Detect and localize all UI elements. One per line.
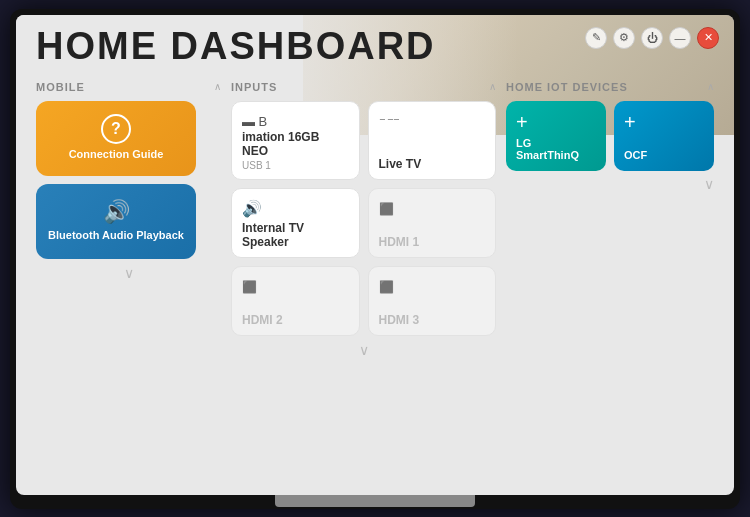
imation-sub: USB 1 [242, 160, 349, 171]
settings-icon: ⚙ [619, 31, 629, 44]
inputs-scroll-up[interactable]: ∧ [489, 81, 496, 92]
iot-section: HOME IoT DEVICES ∧ + LG SmartThinQ + [506, 81, 714, 358]
minimize-button[interactable]: — [669, 27, 691, 49]
mobile-section: MOBILE ∧ ? Connection Guide 🔊 [36, 81, 221, 358]
inputs-section-title: INPUTS [231, 81, 277, 93]
hdmi2-name: HDMI 2 [242, 313, 349, 327]
bluetooth-audio-tile[interactable]: 🔊 Bluetooth Audio Playback [36, 184, 196, 259]
close-icon: ✕ [704, 31, 713, 44]
hdmi3-icon-row: ⬛ [379, 277, 486, 295]
lg-smartthinq-tile[interactable]: + LG SmartThinQ [506, 101, 606, 171]
hdmi3-tile[interactable]: ⬛ HDMI 3 [368, 266, 497, 336]
speaker-icon-row: 🔊 [242, 199, 349, 218]
internal-speaker-name: Internal TV Speaker [242, 221, 349, 249]
ocf-plus-icon: + [624, 111, 704, 134]
inputs-scroll-down-row: ∨ [231, 342, 496, 358]
tv-stand [275, 495, 475, 507]
mobile-section-title: MOBILE [36, 81, 85, 93]
internal-speaker-tile[interactable]: 🔊 Internal TV Speaker [231, 188, 360, 258]
iot-grid: + LG SmartThinQ + OCF [506, 101, 714, 171]
connection-guide-icon: ? [101, 114, 131, 144]
edit-icon: ✎ [592, 31, 601, 44]
sections-row: MOBILE ∧ ? Connection Guide 🔊 [36, 81, 714, 358]
power-button[interactable]: ⏻ [641, 27, 663, 49]
settings-button[interactable]: ⚙ [613, 27, 635, 49]
mobile-section-header: MOBILE ∧ [36, 81, 221, 93]
connection-guide-label: Connection Guide [69, 148, 164, 161]
hdmi2-icon-row: ⬛ [242, 277, 349, 295]
hdmi2-icon: ⬛ [242, 280, 257, 294]
hdmi1-tile[interactable]: ⬛ HDMI 1 [368, 188, 497, 258]
smartthinq-plus-icon: + [516, 111, 596, 134]
iot-scroll-up[interactable]: ∧ [707, 81, 714, 92]
mobile-scroll-down[interactable]: ∨ [124, 265, 134, 281]
inputs-grid: ▬ B imation 16GB NEO USB 1 ⁻ ⁻⁻ [231, 101, 496, 336]
live-tv-name: Live TV [379, 157, 486, 171]
close-button[interactable]: ✕ [697, 27, 719, 49]
mobile-tiles: ? Connection Guide 🔊 Bluetooth Audio Pla… [36, 101, 221, 259]
live-tv-icon: ⁻ ⁻⁻ [379, 114, 400, 129]
hdmi1-icon-row: ⬛ [379, 199, 486, 217]
hdmi3-name: HDMI 3 [379, 313, 486, 327]
dashboard-content: HOME DASHBOARD MOBILE ∧ ? Con [16, 15, 734, 495]
iot-section-title: HOME IoT DEVICES [506, 81, 628, 93]
iot-scroll-down[interactable]: ∨ [704, 176, 714, 192]
minimize-icon: — [675, 32, 686, 44]
edit-button[interactable]: ✎ [585, 27, 607, 49]
ocf-tile[interactable]: + OCF [614, 101, 714, 171]
speaker-icon: 🔊 [242, 200, 262, 217]
imation-tile[interactable]: ▬ B imation 16GB NEO USB 1 [231, 101, 360, 180]
hdmi3-icon: ⬛ [379, 280, 394, 294]
tv-body: ✎ ⚙ ⏻ — ✕ HOME DASHBOARD [10, 9, 740, 509]
iot-section-header: HOME IoT DEVICES ∧ [506, 81, 714, 93]
bluetooth-icon: 🔊 [103, 199, 130, 225]
inputs-section: INPUTS ∧ ▬ B imation 16GB NEO [231, 81, 496, 358]
mobile-scroll-down-row: ∨ [36, 265, 221, 281]
live-tv-icon-row: ⁻ ⁻⁻ [379, 112, 486, 130]
smartthinq-label: LG SmartThinQ [516, 137, 596, 161]
inputs-section-header: INPUTS ∧ [231, 81, 496, 93]
connection-guide-tile[interactable]: ? Connection Guide [36, 101, 196, 176]
imation-name: imation 16GB NEO [242, 130, 349, 158]
power-icon: ⏻ [647, 32, 658, 44]
usb-icon: ▬ B [242, 114, 267, 129]
live-tv-tile[interactable]: ⁻ ⁻⁻ Live TV [368, 101, 497, 180]
inputs-scroll-down[interactable]: ∨ [359, 342, 369, 358]
imation-icon-row: ▬ B [242, 112, 349, 130]
bluetooth-audio-label: Bluetooth Audio Playback [48, 229, 184, 242]
hdmi2-tile[interactable]: ⬛ HDMI 2 [231, 266, 360, 336]
hdmi1-icon: ⬛ [379, 202, 394, 216]
iot-scroll-down-row: ∨ [506, 175, 714, 193]
tv-frame: ✎ ⚙ ⏻ — ✕ HOME DASHBOARD [10, 9, 740, 509]
ocf-label: OCF [624, 149, 704, 161]
hdmi1-name: HDMI 1 [379, 235, 486, 249]
mobile-scroll-up[interactable]: ∧ [214, 81, 221, 92]
top-controls: ✎ ⚙ ⏻ — ✕ [585, 27, 719, 49]
tv-screen: ✎ ⚙ ⏻ — ✕ HOME DASHBOARD [16, 15, 734, 495]
